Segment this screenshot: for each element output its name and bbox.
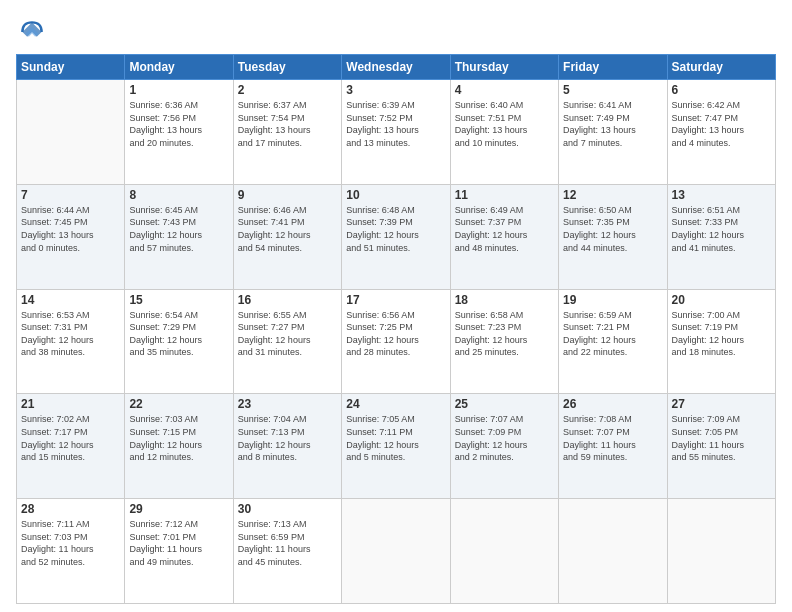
- logo: [16, 16, 52, 48]
- day-number: 29: [129, 502, 228, 516]
- calendar-cell: 19Sunrise: 6:59 AMSunset: 7:21 PMDayligh…: [559, 289, 667, 394]
- cell-info: Sunrise: 7:05 AMSunset: 7:11 PMDaylight:…: [346, 413, 445, 463]
- cell-info: Sunrise: 6:37 AMSunset: 7:54 PMDaylight:…: [238, 99, 337, 149]
- cell-info: Sunrise: 6:39 AMSunset: 7:52 PMDaylight:…: [346, 99, 445, 149]
- cell-info: Sunrise: 6:36 AMSunset: 7:56 PMDaylight:…: [129, 99, 228, 149]
- day-number: 17: [346, 293, 445, 307]
- day-header-friday: Friday: [559, 55, 667, 80]
- cell-info: Sunrise: 6:45 AMSunset: 7:43 PMDaylight:…: [129, 204, 228, 254]
- day-header-monday: Monday: [125, 55, 233, 80]
- cell-info: Sunrise: 7:07 AMSunset: 7:09 PMDaylight:…: [455, 413, 554, 463]
- calendar-cell: 18Sunrise: 6:58 AMSunset: 7:23 PMDayligh…: [450, 289, 558, 394]
- day-header-wednesday: Wednesday: [342, 55, 450, 80]
- day-number: 2: [238, 83, 337, 97]
- calendar-cell: 13Sunrise: 6:51 AMSunset: 7:33 PMDayligh…: [667, 184, 775, 289]
- day-number: 21: [21, 397, 120, 411]
- day-number: 22: [129, 397, 228, 411]
- cell-info: Sunrise: 6:42 AMSunset: 7:47 PMDaylight:…: [672, 99, 771, 149]
- day-number: 6: [672, 83, 771, 97]
- cell-info: Sunrise: 6:48 AMSunset: 7:39 PMDaylight:…: [346, 204, 445, 254]
- cell-info: Sunrise: 6:50 AMSunset: 7:35 PMDaylight:…: [563, 204, 662, 254]
- day-number: 24: [346, 397, 445, 411]
- calendar-cell: 27Sunrise: 7:09 AMSunset: 7:05 PMDayligh…: [667, 394, 775, 499]
- cell-info: Sunrise: 6:41 AMSunset: 7:49 PMDaylight:…: [563, 99, 662, 149]
- calendar-cell: 28Sunrise: 7:11 AMSunset: 7:03 PMDayligh…: [17, 499, 125, 604]
- week-row-2: 7Sunrise: 6:44 AMSunset: 7:45 PMDaylight…: [17, 184, 776, 289]
- header: [16, 12, 776, 48]
- calendar-cell: [342, 499, 450, 604]
- calendar-cell: [450, 499, 558, 604]
- calendar-cell: [667, 499, 775, 604]
- cell-info: Sunrise: 6:58 AMSunset: 7:23 PMDaylight:…: [455, 309, 554, 359]
- calendar-cell: 14Sunrise: 6:53 AMSunset: 7:31 PMDayligh…: [17, 289, 125, 394]
- calendar-cell: 10Sunrise: 6:48 AMSunset: 7:39 PMDayligh…: [342, 184, 450, 289]
- day-number: 16: [238, 293, 337, 307]
- calendar-cell: 2Sunrise: 6:37 AMSunset: 7:54 PMDaylight…: [233, 80, 341, 185]
- day-number: 8: [129, 188, 228, 202]
- calendar-cell: [559, 499, 667, 604]
- calendar-cell: 26Sunrise: 7:08 AMSunset: 7:07 PMDayligh…: [559, 394, 667, 499]
- cell-info: Sunrise: 7:02 AMSunset: 7:17 PMDaylight:…: [21, 413, 120, 463]
- day-number: 9: [238, 188, 337, 202]
- day-number: 28: [21, 502, 120, 516]
- cell-info: Sunrise: 6:54 AMSunset: 7:29 PMDaylight:…: [129, 309, 228, 359]
- day-number: 30: [238, 502, 337, 516]
- cell-info: Sunrise: 6:44 AMSunset: 7:45 PMDaylight:…: [21, 204, 120, 254]
- logo-icon: [16, 16, 48, 48]
- calendar-cell: 3Sunrise: 6:39 AMSunset: 7:52 PMDaylight…: [342, 80, 450, 185]
- cell-info: Sunrise: 6:56 AMSunset: 7:25 PMDaylight:…: [346, 309, 445, 359]
- day-number: 11: [455, 188, 554, 202]
- cell-info: Sunrise: 6:53 AMSunset: 7:31 PMDaylight:…: [21, 309, 120, 359]
- calendar-cell: [17, 80, 125, 185]
- day-number: 4: [455, 83, 554, 97]
- day-number: 20: [672, 293, 771, 307]
- day-header-thursday: Thursday: [450, 55, 558, 80]
- calendar-cell: 21Sunrise: 7:02 AMSunset: 7:17 PMDayligh…: [17, 394, 125, 499]
- calendar-cell: 11Sunrise: 6:49 AMSunset: 7:37 PMDayligh…: [450, 184, 558, 289]
- cell-info: Sunrise: 7:09 AMSunset: 7:05 PMDaylight:…: [672, 413, 771, 463]
- header-row: SundayMondayTuesdayWednesdayThursdayFrid…: [17, 55, 776, 80]
- calendar-cell: 1Sunrise: 6:36 AMSunset: 7:56 PMDaylight…: [125, 80, 233, 185]
- cell-info: Sunrise: 7:04 AMSunset: 7:13 PMDaylight:…: [238, 413, 337, 463]
- calendar-cell: 30Sunrise: 7:13 AMSunset: 6:59 PMDayligh…: [233, 499, 341, 604]
- day-header-saturday: Saturday: [667, 55, 775, 80]
- cell-info: Sunrise: 6:49 AMSunset: 7:37 PMDaylight:…: [455, 204, 554, 254]
- calendar-cell: 7Sunrise: 6:44 AMSunset: 7:45 PMDaylight…: [17, 184, 125, 289]
- page: SundayMondayTuesdayWednesdayThursdayFrid…: [0, 0, 792, 612]
- cell-info: Sunrise: 7:00 AMSunset: 7:19 PMDaylight:…: [672, 309, 771, 359]
- calendar-cell: 20Sunrise: 7:00 AMSunset: 7:19 PMDayligh…: [667, 289, 775, 394]
- day-number: 26: [563, 397, 662, 411]
- day-header-sunday: Sunday: [17, 55, 125, 80]
- day-number: 27: [672, 397, 771, 411]
- day-header-tuesday: Tuesday: [233, 55, 341, 80]
- calendar-cell: 17Sunrise: 6:56 AMSunset: 7:25 PMDayligh…: [342, 289, 450, 394]
- cell-info: Sunrise: 6:59 AMSunset: 7:21 PMDaylight:…: [563, 309, 662, 359]
- day-number: 25: [455, 397, 554, 411]
- calendar-cell: 12Sunrise: 6:50 AMSunset: 7:35 PMDayligh…: [559, 184, 667, 289]
- calendar-table: SundayMondayTuesdayWednesdayThursdayFrid…: [16, 54, 776, 604]
- cell-info: Sunrise: 7:03 AMSunset: 7:15 PMDaylight:…: [129, 413, 228, 463]
- day-number: 18: [455, 293, 554, 307]
- calendar-cell: 4Sunrise: 6:40 AMSunset: 7:51 PMDaylight…: [450, 80, 558, 185]
- calendar-cell: 22Sunrise: 7:03 AMSunset: 7:15 PMDayligh…: [125, 394, 233, 499]
- cell-info: Sunrise: 7:12 AMSunset: 7:01 PMDaylight:…: [129, 518, 228, 568]
- day-number: 19: [563, 293, 662, 307]
- day-number: 10: [346, 188, 445, 202]
- day-number: 13: [672, 188, 771, 202]
- week-row-3: 14Sunrise: 6:53 AMSunset: 7:31 PMDayligh…: [17, 289, 776, 394]
- cell-info: Sunrise: 7:13 AMSunset: 6:59 PMDaylight:…: [238, 518, 337, 568]
- day-number: 23: [238, 397, 337, 411]
- day-number: 7: [21, 188, 120, 202]
- week-row-5: 28Sunrise: 7:11 AMSunset: 7:03 PMDayligh…: [17, 499, 776, 604]
- day-number: 3: [346, 83, 445, 97]
- day-number: 12: [563, 188, 662, 202]
- day-number: 14: [21, 293, 120, 307]
- day-number: 5: [563, 83, 662, 97]
- week-row-4: 21Sunrise: 7:02 AMSunset: 7:17 PMDayligh…: [17, 394, 776, 499]
- cell-info: Sunrise: 6:40 AMSunset: 7:51 PMDaylight:…: [455, 99, 554, 149]
- calendar-cell: 25Sunrise: 7:07 AMSunset: 7:09 PMDayligh…: [450, 394, 558, 499]
- calendar-cell: 6Sunrise: 6:42 AMSunset: 7:47 PMDaylight…: [667, 80, 775, 185]
- calendar-cell: 5Sunrise: 6:41 AMSunset: 7:49 PMDaylight…: [559, 80, 667, 185]
- cell-info: Sunrise: 6:55 AMSunset: 7:27 PMDaylight:…: [238, 309, 337, 359]
- day-number: 1: [129, 83, 228, 97]
